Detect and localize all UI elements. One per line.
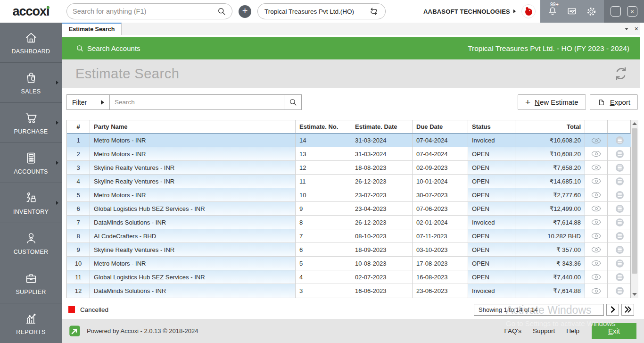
app-window: accoxi + Tropical Treasures Pvt Ltd.(HO)… — [0, 0, 644, 343]
minimize-button[interactable]: – — [611, 6, 621, 17]
row-menu-button[interactable] — [608, 147, 631, 160]
view-estimate-button[interactable] — [585, 202, 608, 215]
row-menu-button[interactable] — [608, 134, 631, 147]
table-row[interactable]: 3Skyline Realty Ventures - INR1218-08-20… — [67, 161, 630, 175]
view-estimate-button[interactable] — [585, 229, 608, 243]
refresh-icon[interactable] — [613, 66, 628, 81]
row-menu-button[interactable] — [608, 216, 631, 229]
row-menu-button[interactable] — [608, 243, 631, 256]
view-estimate-button[interactable] — [585, 175, 608, 188]
table-row[interactable]: 12DataMinds Solutions - INR316-06-202323… — [67, 284, 630, 298]
view-estimate-button[interactable] — [585, 257, 608, 270]
tab-estimate-search[interactable]: Estimate Search — [62, 23, 122, 35]
account-name[interactable]: AABASOFT TECHNOLOGIES — [423, 8, 510, 15]
table-row[interactable]: 5Metro Motors - INR1023-07-202330-07-202… — [67, 188, 630, 202]
table-row[interactable]: 10Metro Motors - INR510-08-202317-08-202… — [67, 257, 630, 270]
view-estimate-button[interactable] — [585, 147, 608, 160]
sidebar-item-supplier[interactable]: SUPPLIER — [0, 263, 62, 303]
view-estimate-button[interactable] — [585, 284, 608, 298]
row-menu-button[interactable] — [608, 175, 631, 188]
home-icon — [24, 31, 38, 45]
row-menu-button[interactable] — [608, 229, 631, 243]
view-estimate-button[interactable] — [585, 161, 608, 174]
estimate-no-cell: 9 — [296, 202, 351, 215]
row-menu-icon — [616, 232, 624, 240]
sidebar-item-reports[interactable]: REPORTS — [0, 303, 62, 343]
settings-gear-icon[interactable] — [586, 6, 597, 17]
row-menu-button[interactable] — [608, 188, 631, 201]
quick-add-button[interactable]: + — [239, 5, 251, 18]
scroll-down-icon[interactable] — [632, 293, 637, 296]
message-icon[interactable] — [567, 6, 577, 17]
eye-icon — [592, 165, 601, 170]
next-page-button[interactable] — [606, 304, 619, 316]
table-scrollbar[interactable] — [631, 120, 638, 298]
plus-icon: + — [525, 98, 530, 107]
status-cell: OPEN — [468, 147, 515, 160]
col-header-estimate-date[interactable]: Estimate. Date — [351, 120, 413, 133]
estimate-date-cell: 31-03-2024 — [351, 147, 413, 160]
scroll-up-icon[interactable] — [632, 122, 637, 125]
table-row[interactable]: 11Global Logistics Hub SEZ Services - IN… — [67, 270, 630, 284]
support-link[interactable]: Support — [533, 327, 555, 335]
sidebar-item-inventory[interactable]: INVENTORY — [0, 183, 62, 223]
close-button[interactable]: × — [627, 6, 637, 17]
total-cell: ₹7,658.20 — [515, 161, 585, 174]
view-estimate-button[interactable] — [585, 216, 608, 229]
view-estimate-button[interactable] — [585, 188, 608, 201]
global-search[interactable] — [66, 3, 232, 19]
bell-icon[interactable] — [547, 6, 558, 17]
sidebar-item-accounts[interactable]: ACCOUNTS — [0, 143, 62, 183]
col-header-party-name[interactable]: Party Name — [90, 120, 296, 133]
col-header-status[interactable]: Status — [468, 120, 515, 133]
row-menu-button[interactable] — [608, 202, 631, 215]
sidebar-item-customer[interactable]: CUSTOMER — [0, 223, 62, 263]
search-accounts[interactable]: Search Accounts — [76, 44, 140, 52]
filter-search-button[interactable] — [284, 94, 302, 110]
sidebar-item-purchase[interactable]: PURCHASE — [0, 103, 62, 143]
table-row[interactable]: 1Metro Motors - INR1431-03-202407-04-202… — [67, 134, 630, 147]
status-cell: OPEN — [468, 270, 515, 284]
table-row[interactable]: 6Global Logistics Hub SEZ Services - INR… — [67, 202, 630, 216]
last-page-button[interactable] — [621, 304, 634, 316]
user-avatar[interactable] — [521, 4, 536, 18]
table-row[interactable]: 8AI CodeCrafters - BHD708-10-202307-11-2… — [67, 229, 630, 243]
sidebar: DASHBOARD SALES PURCHASE — [0, 23, 62, 343]
view-estimate-button[interactable] — [585, 134, 608, 147]
company-selector[interactable]: Tropical Treasures Pvt Ltd.(HO) — [257, 3, 386, 19]
tab-list-dropdown-icon[interactable] — [625, 28, 628, 30]
row-menu-button[interactable] — [608, 284, 631, 298]
help-link[interactable]: Help — [566, 327, 579, 335]
tab-close-icon[interactable]: × — [635, 25, 638, 32]
search-icon — [289, 98, 297, 107]
table-row[interactable]: 4Skyline Realty Ventures - INR1126-12-20… — [67, 175, 630, 188]
export-button[interactable]: Export — [590, 94, 638, 110]
status-cell: OPEN — [468, 202, 515, 215]
row-menu-button[interactable] — [608, 161, 631, 174]
sidebar-item-sales[interactable]: SALES — [0, 63, 62, 103]
filter-search-input[interactable] — [110, 94, 284, 110]
estimate-date-cell: 23-04-2023 — [351, 202, 413, 215]
view-estimate-button[interactable] — [585, 270, 608, 284]
table-row[interactable]: 2Metro Motors - INR1331-03-202407-04-202… — [67, 147, 630, 161]
status-cell: OPEN — [468, 229, 515, 243]
row-menu-button[interactable] — [608, 257, 631, 270]
faqs-link[interactable]: FAQ's — [504, 327, 521, 335]
filter-dropdown[interactable]: Filter — [66, 94, 110, 110]
table-row[interactable]: 9Skyline Realty Ventures - INR618-09-202… — [67, 243, 630, 257]
switch-company-icon[interactable] — [369, 7, 379, 16]
sidebar-item-dashboard[interactable]: DASHBOARD — [0, 23, 62, 63]
col-header-number[interactable]: # — [67, 120, 90, 133]
footer-bar: Powered by Accoxi - 2.0.13 © 2018-2024 F… — [62, 319, 644, 343]
new-estimate-button[interactable]: + New Estimate — [518, 94, 586, 110]
col-header-estimate-no[interactable]: Estimate. No. — [296, 120, 351, 133]
row-menu-button[interactable] — [608, 270, 631, 284]
exit-button[interactable]: Exit — [592, 323, 636, 339]
col-header-total[interactable]: Total — [515, 120, 585, 133]
scrollbar-thumb[interactable] — [632, 128, 637, 274]
col-header-due-date[interactable]: Due Date — [413, 120, 468, 133]
view-estimate-button[interactable] — [585, 243, 608, 256]
table-row[interactable]: 7DataMinds Solutions - INR826-12-202302-… — [67, 216, 630, 229]
status-cell: OPEN — [468, 257, 515, 270]
global-search-input[interactable] — [73, 8, 217, 15]
